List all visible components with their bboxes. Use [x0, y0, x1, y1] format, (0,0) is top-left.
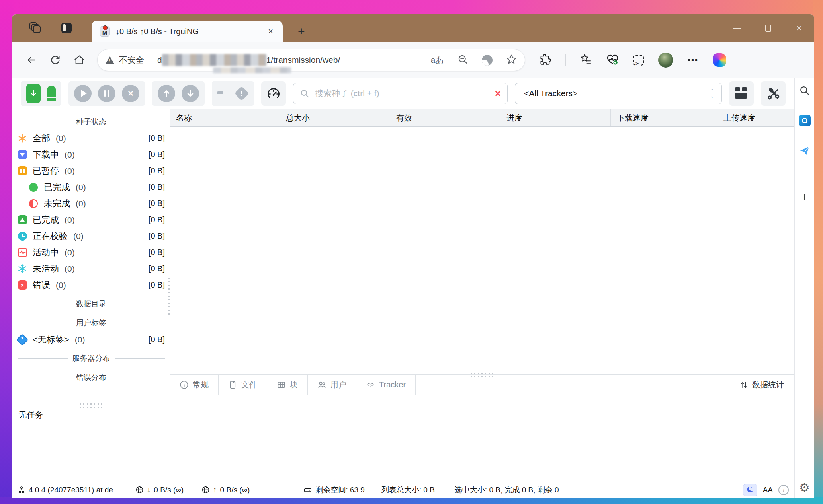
edge-sidebar: + ⚙ — [794, 78, 814, 498]
translate-icon[interactable]: aあ — [431, 54, 444, 66]
tab-tracker[interactable]: Tracker — [356, 375, 416, 395]
tracker-filter-select[interactable]: <All Trackers> ⌃⌄ — [515, 83, 722, 104]
updown-arrows-icon — [740, 381, 749, 389]
tab-general[interactable]: 常规 — [170, 375, 219, 395]
refresh-icon[interactable] — [49, 54, 61, 66]
font-size-button[interactable]: AA — [763, 486, 773, 494]
download-speed-status: ↓0 B/s (∞) — [135, 486, 184, 494]
profile-avatar[interactable] — [658, 53, 673, 68]
window-close-button[interactable]: × — [794, 23, 804, 33]
about-button[interactable]: i — [778, 485, 789, 495]
torrent-panel: 名称 总大小 有效 进度 下载速度 上传速度 常规 — [170, 109, 794, 482]
filter-paused[interactable]: 已暂停(0) [0 B] — [18, 163, 165, 179]
speed-limit-button[interactable] — [261, 81, 286, 106]
selection-status: 选中大小: 0 B, 完成 0 B, 剩余 0... — [455, 485, 565, 495]
home-icon[interactable] — [73, 54, 85, 66]
tab-actions-icon[interactable] — [61, 23, 72, 33]
layout-button[interactable] — [729, 81, 754, 106]
task-panel: 无任务 — [18, 402, 165, 482]
file-icon — [228, 380, 237, 389]
extensions-icon[interactable] — [540, 54, 551, 67]
detail-content-area — [170, 395, 794, 482]
settings-menu-icon[interactable]: ••• — [688, 56, 698, 65]
tab-pieces[interactable]: 块 — [267, 375, 308, 395]
dark-mode-toggle[interactable] — [743, 484, 757, 496]
filter-no-label[interactable]: <无标签>(0) [0 B] — [18, 331, 165, 348]
remove-button[interactable]: × — [122, 85, 139, 102]
version-info: 4.0.4 (24077e3511) at de... — [18, 486, 119, 494]
filter-seeding[interactable]: 已完成(0) [0 B] — [18, 212, 165, 228]
new-tab-button[interactable]: + — [295, 25, 308, 37]
browser-tab[interactable]: M ↓0 B/s ↑0 B/s - TrguiNG × — [92, 21, 283, 42]
settings-tools-button[interactable] — [761, 81, 786, 106]
url-path: 1/transmission/web/ — [266, 55, 340, 65]
pause-icon — [104, 90, 109, 97]
not-secure-label[interactable]: 不安全 — [119, 54, 144, 66]
filter-all[interactable]: 全部(0) [0 B] — [18, 130, 165, 146]
column-total-size[interactable]: 总大小 — [280, 109, 390, 126]
sidebar-messaging-icon[interactable] — [799, 145, 811, 157]
favorite-star-icon[interactable] — [506, 54, 517, 66]
sidebar-outlook-icon[interactable] — [799, 115, 811, 126]
incomplete-half-icon — [29, 199, 38, 208]
add-torrent-button[interactable] — [26, 84, 41, 103]
search-box: × — [293, 83, 508, 104]
column-have[interactable]: 有效 — [390, 109, 500, 126]
wifi-icon — [366, 380, 375, 389]
pause-button[interactable] — [98, 85, 115, 102]
column-name[interactable]: 名称 — [170, 109, 280, 126]
section-error-dist: 错误分布 — [18, 372, 165, 383]
no-tasks-label: 无任务 — [18, 409, 165, 420]
section-user-labels: 用户标签 — [18, 318, 165, 328]
tab-peers[interactable]: 用户 — [308, 375, 356, 395]
tabs-spacer — [416, 375, 740, 395]
tab-close-icon[interactable]: × — [266, 25, 276, 37]
back-icon[interactable] — [25, 54, 37, 66]
trguing-page: × ! — [12, 78, 794, 498]
workspaces-icon[interactable] — [29, 22, 41, 33]
filter-active[interactable]: 活动中(0) [0 B] — [18, 244, 165, 261]
status-bar: 4.0.4 (24077e3511) at de... ↓0 B/s (∞) ↑… — [12, 482, 794, 498]
details-splitter-handle[interactable] — [469, 372, 495, 377]
column-down-speed[interactable]: 下载速度 — [611, 109, 717, 126]
filter-verifying[interactable]: 正在校验(0) [0 B] — [18, 228, 165, 244]
stats-button[interactable]: 数据统计 — [740, 375, 794, 395]
filter-inactive[interactable]: 未活动(0) [0 B] — [18, 261, 165, 277]
priority-button[interactable]: ! — [235, 88, 248, 99]
sidebar-settings-gear-icon[interactable]: ⚙ — [799, 481, 810, 494]
screenshot-icon[interactable]: ✂ — [633, 55, 644, 66]
address-bar[interactable]: 不安全 d 1/transmission/web/ aあ — [97, 49, 525, 71]
edge-split-icon[interactable] — [482, 55, 493, 66]
column-up-speed[interactable]: 上传速度 — [717, 109, 794, 126]
zoom-out-icon[interactable] — [457, 54, 468, 66]
x-icon: × — [128, 89, 133, 98]
maximize-button[interactable] — [763, 23, 773, 33]
filter-incomplete-sub[interactable]: 未完成(0) [0 B] — [18, 195, 165, 212]
copilot-icon[interactable] — [713, 53, 726, 67]
add-magnet-button[interactable] — [47, 90, 56, 97]
browser-essentials-icon[interactable] — [606, 53, 619, 67]
snowflake-icon — [18, 264, 27, 274]
browser-titlebar: M ↓0 B/s ↑0 B/s - TrguiNG × + × — [12, 14, 814, 42]
torrent-table-body[interactable] — [170, 127, 794, 374]
search-clear-icon[interactable]: × — [495, 88, 501, 99]
globe-icon — [201, 486, 210, 494]
search-input[interactable] — [315, 89, 489, 98]
filter-complete-sub[interactable]: 已完成(0) [0 B] — [18, 179, 165, 195]
sidebar-splitter-handle[interactable] — [167, 276, 172, 315]
info-icon — [180, 380, 189, 389]
minimize-button[interactable] — [732, 23, 742, 33]
tab-files[interactable]: 文件 — [219, 375, 267, 395]
sidebar-add-icon[interactable]: + — [801, 190, 808, 204]
column-progress[interactable]: 进度 — [500, 109, 611, 126]
queue-down-button[interactable] — [182, 85, 199, 102]
toolbar-separator — [565, 54, 566, 66]
filter-error[interactable]: × 错误(0) [0 B] — [18, 277, 165, 293]
queue-up-button[interactable] — [158, 85, 175, 102]
sidebar-search-icon[interactable] — [799, 84, 811, 96]
task-panel-resize-handle[interactable] — [78, 402, 104, 408]
start-button[interactable] — [74, 85, 92, 102]
favorites-hub-icon[interactable] — [580, 53, 592, 67]
filter-downloading[interactable]: 下载中(0) [0 B] — [18, 146, 165, 163]
asterisk-icon — [18, 134, 27, 143]
